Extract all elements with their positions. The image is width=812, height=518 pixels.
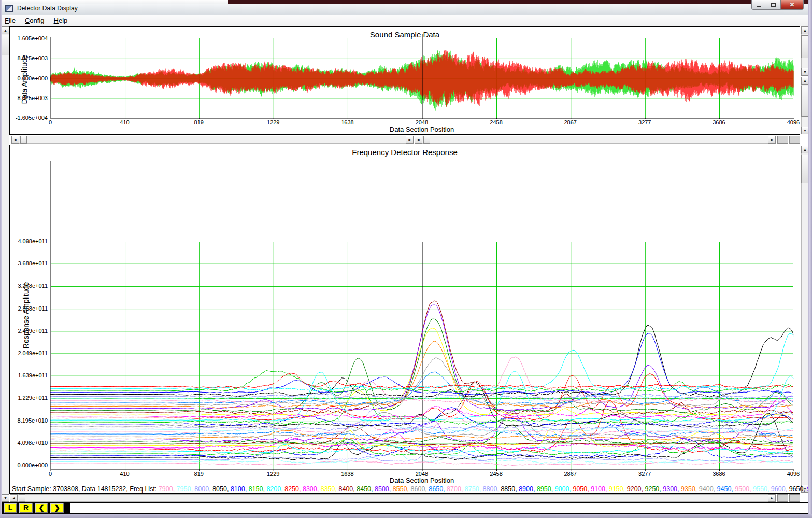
top-left-hscroll-thumb[interactable]	[20, 136, 27, 144]
freq-item: 8000,	[194, 485, 212, 493]
vscroll-a-down-button[interactable]: ▼	[801, 68, 809, 76]
freq-item: 8900,	[519, 485, 537, 493]
bottom-hscroll-right-button[interactable]: ►	[768, 494, 776, 502]
top-right-hscroll-right-button[interactable]: ►	[768, 136, 776, 144]
scroll-corner-box-3	[777, 494, 788, 502]
maximize-icon	[771, 3, 776, 7]
x-tick-label: 1229	[258, 471, 289, 477]
x-tick-label: 410	[109, 471, 140, 477]
step-forward-button[interactable]: ❯	[50, 503, 64, 513]
x-tick-label: 3686	[703, 119, 734, 125]
bottom-hscrollbar[interactable]	[10, 494, 776, 502]
x-tick-label: 2048	[406, 119, 437, 125]
freq-item: 8600,	[411, 485, 429, 493]
x-tick-label: 2867	[555, 471, 586, 477]
menu-file[interactable]: File	[0, 15, 20, 26]
top-right-hscroll-thumb[interactable]	[423, 136, 430, 144]
freq-item: 9050,	[573, 485, 591, 493]
bottom-hscroll-thumb[interactable]	[19, 494, 25, 502]
desktop-background-peek	[228, 0, 812, 4]
x-tick-label: 819	[183, 471, 215, 477]
top-left-hscroll-right-button[interactable]: ►	[406, 136, 414, 144]
left-vscroll-up-button[interactable]: ▲	[2, 26, 9, 34]
freq-item: 8800,	[483, 485, 501, 493]
x-tick-label: 819	[183, 119, 215, 125]
vscroll-b-thumb[interactable]	[801, 86, 809, 117]
bottom-chart-title: Frequency Detector Response	[10, 148, 800, 157]
bottom-chart-vscrollbar[interactable]	[801, 146, 809, 493]
top-right-hscroll-left-button[interactable]: ◄	[415, 136, 422, 144]
bottom-chart-plot	[50, 160, 794, 471]
x-tick-label: 0	[35, 119, 66, 125]
y-tick-label: 1.229e+011	[11, 395, 48, 401]
freq-item: 9150,	[609, 485, 627, 493]
status-prefix: Start Sample: 3703808, Data 14815232, Fr…	[12, 485, 159, 493]
left-vscroll-down-button[interactable]: ▼	[2, 494, 9, 502]
freq-item: 8650,	[429, 485, 447, 493]
minimize-button[interactable]	[751, 0, 766, 10]
y-tick-label: 3.278e+011	[11, 283, 48, 289]
bottom-hscroll-left-button[interactable]: ◄	[10, 494, 18, 502]
freq-item: 8550,	[393, 485, 411, 493]
freq-item: 9550,	[753, 485, 771, 493]
freq-item: 9400,	[699, 485, 717, 493]
freq-item: 8950,	[537, 485, 555, 493]
freq-item: 8300,	[303, 485, 321, 493]
freq-item: 7950,	[177, 485, 195, 493]
vscroll-b-up-button[interactable]: ▲	[801, 77, 809, 85]
vscroll-a-thumb[interactable]	[801, 35, 809, 58]
window-title: Detector Data Display	[17, 5, 78, 12]
menu-config[interactable]: Config	[20, 15, 49, 26]
close-button[interactable]: ✕	[780, 0, 804, 10]
window-border-left	[0, 0, 2, 518]
x-tick-label: 3277	[629, 471, 660, 477]
menu-help[interactable]: Help	[49, 15, 73, 26]
x-tick-label: 3686	[703, 471, 734, 477]
top-left-hscroll-left-button[interactable]: ◄	[11, 136, 19, 144]
top-left-hscrollbar[interactable]	[11, 136, 414, 144]
app-icon	[5, 5, 13, 12]
x-tick-label: 1229	[258, 119, 289, 125]
freq-item: 8200,	[266, 485, 284, 493]
vscroll-c-up-button[interactable]: ▲	[801, 146, 809, 153]
freq-item: 8750,	[465, 485, 483, 493]
minimize-icon	[757, 6, 761, 7]
title-bar[interactable]: Detector Data Display ✕	[0, 0, 812, 15]
vscroll-b-down-button[interactable]: ▼	[801, 127, 809, 134]
right-channel-button[interactable]: R	[19, 503, 33, 513]
x-tick-label: 3277	[629, 119, 660, 125]
freq-item: 9000,	[555, 485, 573, 493]
y-tick-label: 3.688e+011	[11, 260, 48, 267]
top-right-hscrollbar[interactable]	[415, 136, 776, 144]
y-tick-label: 4.098e+011	[11, 238, 48, 244]
y-tick-label: 0.000e+000	[11, 462, 48, 468]
x-tick-label: 4096	[778, 471, 809, 477]
scroll-corner-box-4	[789, 494, 800, 502]
y-tick-label: 1.639e+011	[11, 372, 48, 379]
y-tick-label: 0.000e+000	[11, 75, 48, 81]
x-tick-label: 410	[109, 119, 140, 125]
window-border-bottom	[0, 514, 812, 518]
y-tick-label: 4.098e+010	[11, 440, 48, 446]
y-tick-label: 8.025e+003	[11, 55, 48, 61]
freq-item: 9600,	[771, 485, 789, 493]
freq-item: 9300,	[663, 485, 681, 493]
toolbar-button-group: L R ❮ ❯	[2, 503, 70, 513]
left-vscroll-thumb[interactable]	[2, 35, 9, 55]
vscroll-a-up-button[interactable]: ▲	[801, 26, 809, 34]
y-tick-label: 2.049e+011	[11, 350, 48, 356]
y-tick-label: 1.605e+004	[11, 35, 48, 41]
freq-item: 9100,	[591, 485, 609, 493]
freq-item: 8150,	[249, 485, 267, 493]
freq-list: 7900, 7950, 8000, 8050, 8100, 8150, 8200…	[159, 485, 812, 493]
left-vertical-scrollbar[interactable]	[2, 26, 9, 502]
vscroll-c-thumb[interactable]	[801, 155, 809, 183]
freq-item: 8100,	[231, 485, 249, 493]
x-tick-label: 2867	[555, 119, 586, 125]
freq-item: 9500,	[735, 485, 753, 493]
maximize-button[interactable]	[766, 0, 781, 10]
bottom-chart-xlabel: Data Section Position	[292, 477, 551, 484]
step-back-button[interactable]: ❮	[35, 503, 48, 513]
freq-item: 7900,	[159, 485, 177, 493]
left-channel-button[interactable]: L	[4, 503, 17, 513]
